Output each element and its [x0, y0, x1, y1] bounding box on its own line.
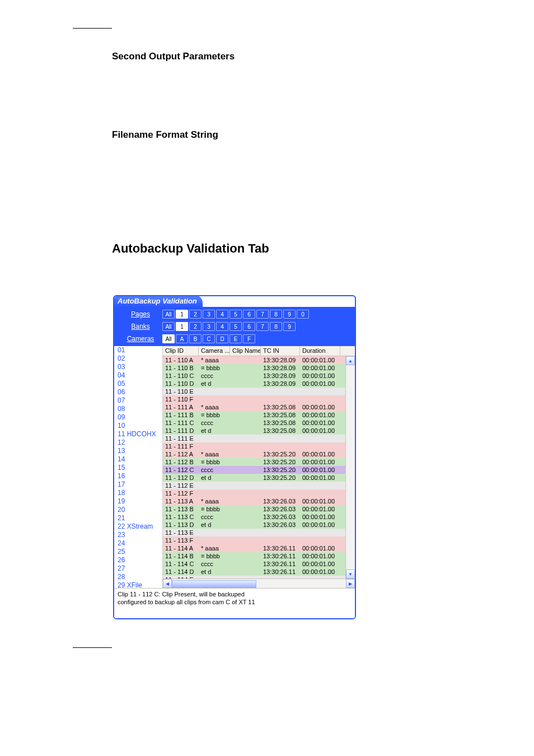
filter-chip-bank-9[interactable]: 9: [283, 322, 296, 331]
filter-chip-page-all[interactable]: All: [162, 310, 175, 319]
table-row[interactable]: 11 - 111 C cccc13:30:25.0800:00:01.00: [163, 419, 345, 427]
table-row[interactable]: 11 - 113 D et d13:30:26.0300:00:01.00: [163, 521, 345, 529]
table-row[interactable]: 11 - 111 E: [163, 435, 345, 442]
filter-chip-bank-6[interactable]: 6: [243, 322, 255, 331]
sidebar-item[interactable]: 09: [114, 413, 162, 422]
filter-chip-page-9[interactable]: 9: [283, 310, 296, 319]
filter-chip-camera-c[interactable]: C: [203, 334, 215, 343]
filter-chip-bank-2[interactable]: 2: [189, 322, 202, 331]
filter-chip-page-6[interactable]: 6: [243, 310, 255, 319]
sidebar-item[interactable]: 12: [114, 438, 162, 447]
sidebar-item[interactable]: 17: [114, 480, 162, 489]
sidebar-item[interactable]: 07: [114, 396, 162, 405]
table-row[interactable]: 11 - 111 A* aaaa13:30:25.0800:00:01.00: [163, 403, 345, 411]
table-row[interactable]: 11 - 114 D et d13:30:26.1100:00:01.00: [163, 568, 345, 576]
col-camera[interactable]: Camera ...: [199, 346, 230, 356]
filter-chip-page-4[interactable]: 4: [216, 310, 228, 319]
filter-chip-page-5[interactable]: 5: [229, 310, 242, 319]
table-row[interactable]: 11 - 110 F: [163, 395, 345, 403]
filter-label-cameras[interactable]: Cameras: [119, 335, 162, 343]
sidebar-item[interactable]: 24: [114, 539, 162, 548]
filter-chip-page-1[interactable]: 1: [176, 310, 188, 319]
sidebar-item[interactable]: 14: [114, 455, 162, 464]
sidebar-item[interactable]: 19: [114, 497, 162, 506]
filter-chip-bank-1[interactable]: 1: [176, 322, 188, 331]
sidebar-item[interactable]: 04: [114, 371, 162, 380]
vertical-scrollbar[interactable]: ▲ ▼: [345, 356, 355, 578]
sidebar-item[interactable]: 03: [114, 363, 162, 371]
table-row[interactable]: 11 - 110 B= bbbb13:30:28.0900:00:01.00: [163, 364, 345, 372]
filter-chip-page-7[interactable]: 7: [256, 310, 269, 319]
table-row[interactable]: 11 - 110 D et d13:30:28.0900:00:01.00: [163, 380, 345, 388]
scroll-thumb[interactable]: [172, 580, 256, 588]
table-row[interactable]: 11 - 112 B= bbbb13:30:25.2000:00:01.00: [163, 458, 345, 466]
scroll-up-icon[interactable]: ▲: [346, 356, 355, 365]
table-row[interactable]: 11 - 113 E: [163, 529, 345, 536]
sidebar-item[interactable]: 05: [114, 380, 162, 388]
scroll-right-icon[interactable]: ▶: [346, 579, 355, 588]
table-row[interactable]: 11 - 114 C cccc13:30:26.1100:00:01.00: [163, 560, 345, 568]
horizontal-scrollbar[interactable]: ◀ ▶: [163, 578, 355, 588]
filter-chip-camera-b[interactable]: B: [189, 334, 202, 343]
filter-chip-camera-a[interactable]: A: [176, 334, 188, 343]
sidebar-item[interactable]: 29 XFile: [114, 581, 162, 588]
table-row[interactable]: 11 - 110 E: [163, 388, 345, 395]
table-row[interactable]: 11 - 113 B= bbbb13:30:26.0300:00:01.00: [163, 505, 345, 513]
sidebar-item[interactable]: 02: [114, 354, 162, 363]
table-row[interactable]: 11 - 112 D et d13:30:25.2000:00:01.00: [163, 474, 345, 482]
table-row[interactable]: 11 - 112 F: [163, 489, 345, 497]
table-row[interactable]: 11 - 112 E: [163, 482, 345, 489]
sidebar-item[interactable]: 18: [114, 489, 162, 497]
table-row[interactable]: 11 - 111 D et d13:30:25.0800:00:01.00: [163, 427, 345, 435]
table-row[interactable]: 11 - 110 C cccc13:30:28.0900:00:01.00: [163, 372, 345, 380]
filter-chip-bank-4[interactable]: 4: [216, 322, 228, 331]
table-row[interactable]: 11 - 113 C cccc13:30:26.0300:00:01.00: [163, 513, 345, 521]
sidebar-item[interactable]: 15: [114, 464, 162, 472]
sidebar-item[interactable]: 23: [114, 531, 162, 539]
filter-chip-page-3[interactable]: 3: [203, 310, 215, 319]
table-row[interactable]: 11 - 112 A* aaaa13:30:25.2000:00:01.00: [163, 450, 345, 458]
sidebar-item[interactable]: 25: [114, 548, 162, 556]
table-row[interactable]: 11 - 114 B= bbbb13:30:26.1100:00:01.00: [163, 552, 345, 560]
filter-chip-camera-e[interactable]: E: [229, 334, 242, 343]
scroll-down-icon[interactable]: ▼: [346, 570, 355, 578]
sidebar-item[interactable]: 10: [114, 422, 162, 430]
scroll-left-icon[interactable]: ◀: [163, 579, 172, 588]
filter-chip-page-8[interactable]: 8: [270, 310, 282, 319]
sidebar-item[interactable]: 16: [114, 472, 162, 480]
col-tc-in[interactable]: TC IN: [261, 346, 300, 356]
filter-chip-camera-all[interactable]: All: [162, 334, 175, 343]
table-row[interactable]: 11 - 112 C cccc13:30:25.2000:00:01.00: [163, 466, 345, 474]
filter-label-pages[interactable]: Pages: [119, 310, 162, 318]
sidebar-item[interactable]: 26: [114, 556, 162, 564]
panel-tab-title[interactable]: AutoBackup Validation: [113, 295, 203, 307]
table-row[interactable]: 11 - 114 A* aaaa13:30:26.1100:00:01.00: [163, 544, 345, 552]
filter-chip-bank-3[interactable]: 3: [203, 322, 215, 331]
col-clip-id[interactable]: Clip ID: [163, 346, 199, 356]
col-clip-name[interactable]: Clip Name: [230, 346, 261, 356]
sidebar-item[interactable]: 11 HDCOHX: [114, 430, 162, 438]
filter-chip-page-2[interactable]: 2: [189, 310, 202, 319]
filter-chip-bank-5[interactable]: 5: [229, 322, 242, 331]
table-row[interactable]: 11 - 111 F: [163, 442, 345, 450]
filter-label-banks[interactable]: Banks: [119, 323, 162, 330]
filter-chip-bank-7[interactable]: 7: [256, 322, 269, 331]
filter-chip-camera-d[interactable]: D: [216, 334, 228, 343]
table-row[interactable]: 11 - 113 A* aaaa13:30:26.0300:00:01.00: [163, 497, 345, 505]
filter-chip-bank-all[interactable]: All: [162, 322, 175, 331]
col-duration[interactable]: Duration: [300, 346, 340, 356]
sidebar-item[interactable]: 01: [114, 346, 162, 354]
sidebar-item[interactable]: 06: [114, 388, 162, 396]
sidebar-item[interactable]: 21: [114, 514, 162, 522]
sidebar-item[interactable]: 27: [114, 564, 162, 573]
sidebar-item[interactable]: 28: [114, 573, 162, 581]
filter-chip-page-0[interactable]: 0: [297, 310, 309, 319]
sidebar-item[interactable]: 13: [114, 447, 162, 455]
filter-chip-bank-8[interactable]: 8: [270, 322, 282, 331]
sidebar-item[interactable]: 22 XStream: [114, 522, 162, 531]
sidebar-item[interactable]: 20: [114, 506, 162, 514]
table-row[interactable]: 11 - 110 A* aaaa13:30:28.0900:00:01.00: [163, 356, 345, 364]
table-row[interactable]: 11 - 111 B= bbbb13:30:25.0800:00:01.00: [163, 411, 345, 419]
table-row[interactable]: 11 - 113 F: [163, 536, 345, 544]
filter-chip-camera-f[interactable]: F: [243, 334, 255, 343]
